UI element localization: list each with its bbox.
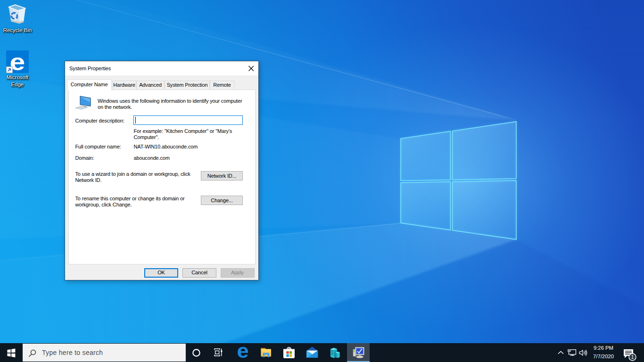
svg-text:e: e [237,345,249,359]
svg-text:1: 1 [631,354,634,360]
